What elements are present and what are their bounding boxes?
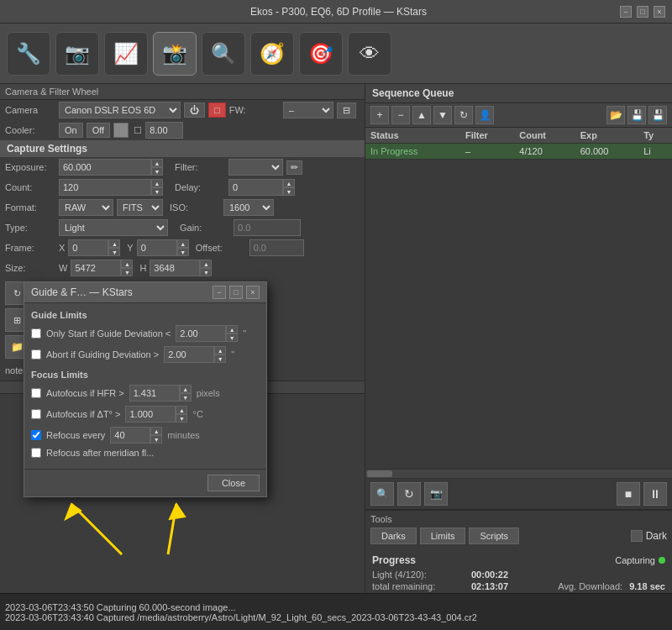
y-up-btn[interactable]: ▲ [177,239,189,248]
eye-toolbar-icon[interactable]: 👁 [348,32,391,76]
only-start-up[interactable]: ▲ [226,325,238,333]
dt-up[interactable]: ▲ [176,406,187,414]
seq-saveas-btn[interactable]: 💾 [648,106,667,124]
type-select[interactable]: Light [59,219,168,236]
autofocus-hfr-checkbox[interactable] [31,388,41,398]
cooler-temp-input[interactable] [145,122,183,139]
table-row[interactable]: In Progress – 4/120 60.000 Li [365,144,672,160]
gain-input[interactable] [234,219,301,236]
camera-reset-btn[interactable]: □ [208,102,226,118]
dark-checkbox[interactable] [631,530,643,542]
cam-btn[interactable]: 📷 [424,482,448,506]
search-toolbar-icon[interactable]: 🔍 [202,32,245,76]
refocus-up[interactable]: ▲ [150,427,162,435]
delay-down-btn[interactable]: ▼ [283,187,295,196]
refocus-down[interactable]: ▼ [150,435,162,444]
fw-select[interactable]: – [283,102,333,118]
scrollbar-thumb[interactable] [367,470,392,477]
refocus-every-input[interactable] [110,427,150,444]
count-down-btn[interactable]: ▼ [151,187,163,196]
abort-input[interactable] [164,346,214,363]
filter-select[interactable] [228,159,283,176]
seq-open-btn[interactable]: 📂 [606,106,625,124]
only-start-down[interactable]: ▼ [226,333,238,342]
refocus-every-checkbox[interactable] [31,430,41,440]
seq-save-btn[interactable]: 💾 [627,106,646,124]
x-down-btn[interactable]: ▼ [108,248,120,256]
download-value: 9.18 sec [629,581,665,591]
abort-checkbox[interactable] [31,349,41,360]
seq-user-btn[interactable]: 👤 [475,106,494,124]
hfr-up[interactable]: ▲ [180,385,192,393]
count-up-btn[interactable]: ▲ [151,179,163,187]
hfr-down[interactable]: ▼ [180,393,192,402]
exposure-up-btn[interactable]: ▲ [151,159,163,167]
tools-buttons: Darks Limits Scripts Dark [370,528,667,544]
chart-toolbar-icon[interactable]: 📈 [104,32,148,76]
delay-up-btn[interactable]: ▲ [283,179,295,187]
x-input[interactable] [68,239,108,256]
refocus-meridian-checkbox[interactable] [31,448,41,458]
cooler-off-btn[interactable]: Off [87,123,110,138]
progress-header: Progress Capturing [372,554,665,566]
w-up-btn[interactable]: ▲ [121,260,133,268]
modal-close-btn[interactable]: × [246,286,260,299]
maximize-button[interactable]: □ [637,6,648,18]
abort-down[interactable]: ▼ [214,354,226,363]
exposure-input[interactable] [59,159,151,176]
format-fits-select[interactable]: FITS [117,199,163,216]
seq-remove-btn[interactable]: − [391,106,410,124]
autofocus-hfr-input[interactable] [129,385,180,402]
iso-label: ISO: [170,202,220,213]
offset-input[interactable] [249,239,304,256]
modal-max-btn[interactable]: □ [229,286,243,299]
h-scrollbar[interactable] [365,469,672,479]
x-up-btn[interactable]: ▲ [108,239,120,248]
format-raw-select[interactable]: RAW [59,199,113,216]
w-input[interactable] [71,260,121,276]
h-up-btn[interactable]: ▲ [200,260,212,268]
seq-reset-btn[interactable]: ↻ [454,106,473,124]
target-toolbar-icon[interactable]: 🎯 [299,32,343,76]
modal-close-button[interactable]: Close [207,475,260,491]
only-start-checkbox[interactable] [31,328,41,339]
minimize-button[interactable]: − [620,6,632,18]
exposure-down-btn[interactable]: ▼ [151,167,163,176]
cooler-on-btn[interactable]: On [59,123,83,138]
pause-btn[interactable]: ⏸ [643,482,667,506]
only-start-input[interactable] [176,325,226,342]
autofocus-dt-input[interactable] [125,406,176,423]
scripts-btn[interactable]: Scripts [469,528,519,544]
camera-filter-header: Camera & Filter Wheel [0,84,365,100]
loop-btn[interactable]: ↻ [397,482,421,506]
count-input[interactable] [59,179,151,196]
camera-select[interactable]: Canon DSLR EOS 6D [59,102,181,118]
filter-edit-btn[interactable]: ✏ [286,160,302,175]
camera-toolbar-icon[interactable]: 📷 [55,32,99,76]
h-down-btn[interactable]: ▼ [200,268,212,276]
dt-down[interactable]: ▼ [176,414,187,423]
wrench-toolbar-icon[interactable]: 🔧 [7,32,50,76]
compass-toolbar-icon[interactable]: 🧭 [250,32,294,76]
iso-select[interactable]: 1600 [223,199,274,216]
fw-filter-btn[interactable]: ⊟ [337,102,356,118]
abort-up[interactable]: ▲ [214,346,226,354]
seq-up-btn[interactable]: ▲ [412,106,431,124]
close-button[interactable]: × [654,6,665,18]
stop-btn[interactable]: ■ [617,482,640,506]
darks-btn[interactable]: Darks [370,528,417,544]
w-down-btn[interactable]: ▼ [121,268,133,276]
autofocus-dt-checkbox[interactable] [31,409,41,419]
capture-toolbar-icon[interactable]: 📸 [153,32,197,76]
seq-add-btn[interactable]: + [370,106,389,124]
modal-min-btn[interactable]: − [213,286,226,299]
status-line-2: 2023-03-06T23:43:40 Captured /media/astr… [5,612,667,622]
h-input[interactable] [150,260,200,276]
preview-btn[interactable]: 🔍 [370,482,394,506]
seq-down-btn[interactable]: ▼ [433,106,452,124]
delay-input[interactable] [228,179,283,196]
limits-btn[interactable]: Limits [420,528,466,544]
camera-power-btn[interactable]: ⏻ [184,102,205,118]
y-down-btn[interactable]: ▼ [177,248,189,256]
y-input[interactable] [137,239,177,256]
